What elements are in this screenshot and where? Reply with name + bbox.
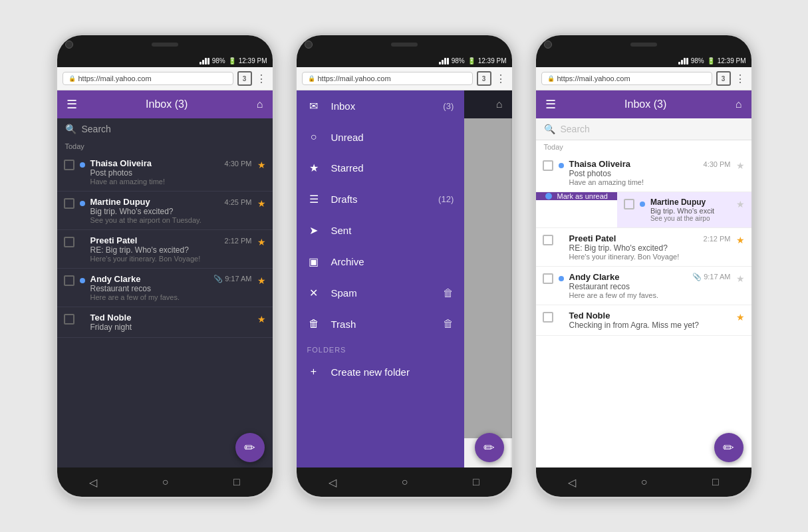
checkbox-1-3[interactable] [64,237,74,247]
email-body-1-4: Andy Clarke 📎 9:17 AM Restaurant recos H… [90,274,252,301]
app-content-1: ☰ Inbox (3) ⌂ 🔍 Search Today Thaisa Oliv… [57,90,273,467]
trash-delete-icon[interactable]: 🗑 [443,318,454,330]
checkbox-3-2[interactable] [624,199,634,209]
back-btn-2[interactable]: ◁ [329,476,337,489]
tab-count-2[interactable]: 3 [477,71,491,86]
email-item-3-5[interactable]: Ted Noble Checking in from Agra. Miss me… [536,305,751,336]
email-item-1-2[interactable]: Martine Dupuy 4:25 PM Big trip. Who's ex… [57,192,273,230]
compose-fab-2[interactable]: ✏ [475,433,504,462]
checkbox-1-1[interactable] [64,160,74,170]
recent-btn-2[interactable]: □ [473,476,479,488]
subject-3-2: Big trip. Who's excit [650,207,731,215]
compose-fab-3[interactable]: ✏ [714,433,743,462]
menu-dots-1[interactable]: ⋮ [256,72,267,85]
menu-dots-3[interactable]: ⋮ [735,72,746,85]
star-3-4[interactable]: ★ [736,273,745,284]
drawer-item-spam[interactable]: ✕ Spam 🗑 [297,277,465,309]
time-3: 12:39 PM [718,57,746,65]
bottom-nav-2: ◁ ○ □ [297,467,512,497]
speaker-3 [630,43,657,47]
camera-3 [544,41,552,49]
tab-count-1[interactable]: 3 [237,71,252,86]
search-bar-1[interactable]: 🔍 Search [57,118,273,140]
sent-icon: ➤ [307,224,321,237]
drawer-item-archive[interactable]: ▣ Archive [297,246,465,277]
menu-dots-2[interactable]: ⋮ [495,72,507,85]
email-item-1-1[interactable]: Thaisa Oliveira 4:30 PM Post photos Have… [57,153,273,192]
drawer-item-starred[interactable]: ★ Starred [297,152,465,184]
recent-btn-3[interactable]: □ [712,476,719,488]
star-3-3[interactable]: ★ [736,235,745,245]
section-label-1: Today [57,140,273,153]
recent-btn-1[interactable]: □ [233,476,240,488]
folders-section-label: FOLDERS [297,339,465,356]
phone-3: 98% 🔋 12:39 PM 🔒 https://mail.yahoo.com … [534,33,753,499]
battery-icon-1: 🔋 [228,57,236,65]
sender-1-2: Martine Dupuy [90,197,150,207]
email-item-3-4[interactable]: Andy Clarke 📎 9:17 AM Restaurant recos H… [536,267,751,305]
star-3-2[interactable]: ★ [736,199,745,209]
mark-unread-label: Mark as unread [557,192,608,200]
url-text-1: https://mail.yahoo.com [78,74,152,82]
spam-delete-icon[interactable]: 🗑 [443,287,454,299]
email-item-1-4[interactable]: Andy Clarke 📎 9:17 AM Restaurant recos H… [57,269,273,307]
checkbox-1-4[interactable] [64,275,74,286]
camera-2 [305,41,313,49]
home-btn-1[interactable]: ○ [162,476,169,488]
hamburger-icon-1[interactable]: ☰ [67,97,77,112]
sender-3-4: Andy Clarke [569,272,620,282]
sender-3-3: Preeti Patel [569,233,616,243]
subject-1-2: Big trip. Who's excited? [90,207,252,216]
email-item-1-3[interactable]: Preeti Patel 2:12 PM RE: Big trip. Who's… [57,230,273,269]
tab-count-3[interactable]: 3 [716,71,731,86]
phone-1: 98% 🔋 12:39 PM 🔒 https://mail.yahoo.com … [55,33,275,499]
url-bar-2[interactable]: 🔒 https://mail.yahoo.com [302,72,473,85]
email-body-1-5: Ted Noble Friday night [90,313,252,332]
search-bar-3[interactable]: 🔍 Search [536,118,751,140]
checkbox-1-5[interactable] [64,314,74,325]
url-bar-1[interactable]: 🔒 https://mail.yahoo.com [63,72,233,85]
star-3-1[interactable]: ★ [736,160,745,171]
checkbox-1-2[interactable] [64,198,74,209]
checkbox-3-4[interactable] [543,273,553,284]
checkbox-3-1[interactable] [543,160,553,171]
compose-fab-1[interactable]: ✏ [235,433,265,462]
back-btn-1[interactable]: ◁ [89,476,97,489]
url-bar-3[interactable]: 🔒 https://mail.yahoo.com [541,72,712,85]
drawer-label-spam: Spam [331,287,433,299]
home-btn-3[interactable]: ○ [641,476,648,488]
checkbox-3-3[interactable] [543,235,553,245]
star-1-3[interactable]: ★ [257,237,266,247]
time-1-4: 📎 9:17 AM [213,275,251,283]
checkbox-3-5[interactable] [543,312,553,323]
drawer-item-unread[interactable]: ○ Unread [297,122,465,152]
star-1-5[interactable]: ★ [257,314,266,325]
email-item-1-5[interactable]: Ted Noble Friday night ★ [57,307,273,338]
drawer-item-drafts[interactable]: ☰ Drafts (12) [297,184,465,215]
drawer-item-create-folder[interactable]: + Create new folder [297,356,465,387]
back-btn-3[interactable]: ◁ [568,476,576,489]
drawer-item-sent[interactable]: ➤ Sent [297,215,465,246]
home-icon-1[interactable]: ⌂ [257,98,263,110]
unread-dot-3-2 [640,201,645,207]
drawer-item-trash[interactable]: 🗑 Trash 🗑 [297,309,465,339]
drawer-item-inbox[interactable]: ✉ Inbox (3) [297,90,465,122]
lock-icon-2: 🔒 [308,75,315,82]
star-1-2[interactable]: ★ [257,198,266,209]
attachment-icon-1-4: 📎 [213,275,223,283]
star-1-1[interactable]: ★ [257,160,266,170]
unread-icon: ○ [307,131,321,143]
battery-icon-3: 🔋 [707,57,715,65]
hamburger-icon-3[interactable]: ☰ [545,97,556,112]
bottom-nav-3: ◁ ○ □ [536,467,751,497]
home-btn-2[interactable]: ○ [402,476,408,488]
email-item-3-1[interactable]: Thaisa Oliveira 4:30 PM Post photos Have… [536,154,751,192]
email-item-3-3[interactable]: Preeti Patel 2:12 PM RE: Big trip. Who's… [536,228,751,267]
email-item-3-2[interactable]: Martine Dupuy Big trip. Who's excit See … [617,192,751,227]
home-icon-3[interactable]: ⌂ [736,98,742,110]
archive-icon: ▣ [307,255,321,268]
star-3-5[interactable]: ★ [736,312,745,323]
mark-unread-button[interactable]: Mark as unread [536,192,617,200]
subject-1-3: RE: Big trip. Who's excited? [90,245,252,255]
star-1-4[interactable]: ★ [257,275,266,286]
